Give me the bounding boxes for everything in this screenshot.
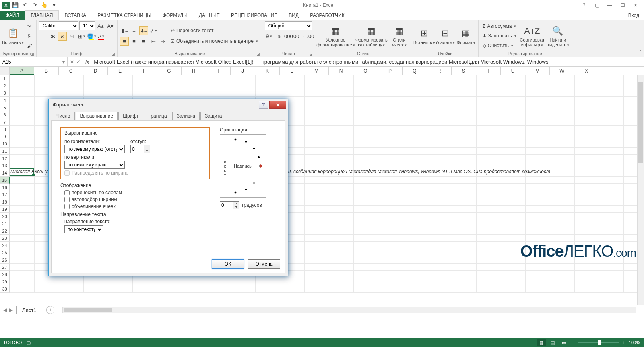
enter-formula-icon[interactable]: ✓ [76, 59, 80, 65]
align-middle-icon[interactable]: ≡ [130, 26, 138, 35]
macro-record-icon[interactable]: ▢ [27, 340, 31, 345]
column-header[interactable]: F [132, 67, 157, 75]
column-header[interactable]: G [157, 67, 182, 75]
column-header[interactable]: X [574, 67, 599, 75]
page-break-view-icon[interactable]: ▭ [559, 339, 569, 346]
row-header[interactable]: 3 [0, 89, 10, 97]
vertical-align-select[interactable]: по нижнему краю [64, 161, 125, 169]
dialog-close-icon[interactable]: ✕ [269, 101, 286, 109]
row-header[interactable]: 2 [0, 82, 10, 89]
find-select-button[interactable]: 🔍Найти и выделить [546, 25, 570, 48]
row-header[interactable]: 30 [0, 285, 10, 293]
alignment-launcher-icon[interactable]: ◢ [257, 52, 260, 56]
row-header[interactable]: 16 [0, 184, 10, 191]
tab-insert[interactable]: ВСТАВКА [59, 11, 92, 20]
tab-file[interactable]: ФАЙЛ [0, 11, 25, 20]
column-header[interactable]: O [353, 67, 378, 75]
sign-in-link[interactable]: Вход [623, 11, 644, 20]
cancel-button[interactable]: Отмена [248, 259, 280, 269]
increase-indent-icon[interactable]: ⇥ [159, 37, 167, 46]
column-header[interactable]: L [280, 67, 304, 75]
row-header[interactable]: 11 [0, 148, 10, 155]
sheet-nav-next-icon[interactable]: ▶ [9, 307, 13, 313]
align-right-icon[interactable]: ≡ [139, 37, 148, 46]
font-size-select[interactable]: 11 [79, 21, 95, 30]
tab-home[interactable]: ГЛАВНАЯ [25, 10, 59, 20]
save-icon[interactable]: 💾 [11, 1, 19, 9]
format-as-table-button[interactable]: ▦Форматировать как таблицу [355, 25, 388, 48]
dialog-title-bar[interactable]: Формат ячеек ? ✕ [49, 99, 288, 110]
row-header[interactable]: 22 [0, 227, 10, 235]
row-header[interactable]: 26 [0, 256, 10, 264]
tab-page-layout[interactable]: РАЗМЕТКА СТРАНИЦЫ [92, 11, 157, 20]
dialog-tab-number[interactable]: Число [52, 112, 75, 120]
column-header[interactable]: I [206, 67, 231, 75]
horizontal-align-select[interactable]: по левому краю (отступ) [64, 145, 125, 153]
percent-format-icon[interactable]: % [275, 32, 283, 41]
dialog-tab-font[interactable]: Шрифт [118, 112, 143, 120]
select-all-corner[interactable] [0, 67, 10, 75]
column-header[interactable]: S [452, 67, 476, 75]
row-header[interactable]: 18 [0, 198, 10, 206]
text-direction-select[interactable]: по контексту [64, 225, 103, 233]
row-header[interactable]: 24 [0, 242, 10, 249]
row-header[interactable]: 21 [0, 220, 10, 227]
column-header[interactable]: Q [402, 67, 427, 75]
zoom-level[interactable]: 100% [629, 340, 640, 345]
minimize-icon[interactable]: — [605, 1, 614, 9]
zoom-slider[interactable] [578, 342, 619, 343]
page-layout-view-icon[interactable]: ▤ [548, 339, 557, 346]
orientation-icon[interactable]: ⤢ [149, 26, 158, 35]
spin-down-icon[interactable]: ▼ [144, 149, 150, 153]
row-header[interactable]: 5 [0, 104, 10, 111]
help-icon[interactable]: ? [580, 1, 588, 9]
bold-button[interactable]: Ж [48, 32, 57, 41]
align-left-icon[interactable]: ≡ [120, 37, 129, 46]
tab-formulas[interactable]: ФОРМУЛЫ [157, 11, 193, 20]
spin-up-icon[interactable]: ▲ [233, 202, 239, 205]
copy-icon[interactable]: ⎘ [25, 31, 34, 40]
column-header[interactable]: D [83, 67, 108, 75]
degrees-spinner[interactable]: ▲▼ [220, 201, 239, 209]
ok-button[interactable]: ОК [212, 259, 244, 269]
row-header[interactable]: 12 [0, 155, 10, 162]
column-header[interactable]: V [525, 67, 550, 75]
clear-button[interactable]: ◇Очистить [481, 41, 518, 50]
horizontal-scrollbar[interactable] [62, 307, 636, 313]
font-color-button[interactable]: A [97, 32, 105, 41]
column-header[interactable]: H [182, 67, 206, 75]
tab-review[interactable]: РЕЦЕНЗИРОВАНИЕ [225, 11, 283, 20]
font-launcher-icon[interactable]: ◢ [112, 52, 115, 56]
autosum-button[interactable]: ΣАвтосумма [481, 22, 518, 31]
sheet-tab[interactable]: Лист1 [16, 306, 42, 314]
fill-button[interactable]: ⬇Заполнить [481, 31, 518, 40]
row-header[interactable]: 13 [0, 162, 10, 169]
align-bottom-icon[interactable]: ⬇≡ [139, 26, 148, 35]
row-header[interactable]: 1 [0, 75, 10, 82]
row-header[interactable]: 7 [0, 118, 10, 126]
dialog-tab-border[interactable]: Граница [144, 112, 171, 120]
column-header[interactable]: P [378, 67, 402, 75]
spin-down-icon[interactable]: ▼ [233, 205, 239, 209]
column-header[interactable]: M [304, 67, 329, 75]
format-cells-button[interactable]: ▦Формат [456, 27, 476, 45]
row-header[interactable]: 8 [0, 126, 10, 133]
column-header[interactable]: C [59, 67, 83, 75]
clipboard-launcher-icon[interactable]: ◢ [31, 52, 34, 56]
cancel-formula-icon[interactable]: ✕ [70, 59, 74, 65]
row-header[interactable]: 15 [0, 177, 10, 184]
maximize-icon[interactable]: ☐ [618, 1, 627, 9]
conditional-formatting-button[interactable]: ▦Условное форматирование [318, 25, 354, 48]
indent-spinner[interactable]: ▲▼ [130, 145, 150, 153]
tab-developer[interactable]: РАЗРАБОТЧИК [304, 11, 350, 20]
formula-text[interactable]: Microsoft Excel (также иногда называется… [91, 59, 644, 65]
italic-button[interactable]: К [58, 32, 67, 41]
ribbon-display-icon[interactable]: ▢ [592, 1, 601, 9]
tab-view[interactable]: ВИД [283, 11, 304, 20]
wrap-text-checkbox[interactable]: переносить по словам [64, 190, 210, 195]
wrap-text-button[interactable]: ↩Перенести текст [169, 26, 260, 35]
redo-icon[interactable]: ↷ [31, 1, 39, 9]
column-header[interactable]: E [108, 67, 132, 75]
zoom-in-icon[interactable]: + [622, 340, 624, 345]
column-header[interactable]: A [10, 67, 34, 75]
